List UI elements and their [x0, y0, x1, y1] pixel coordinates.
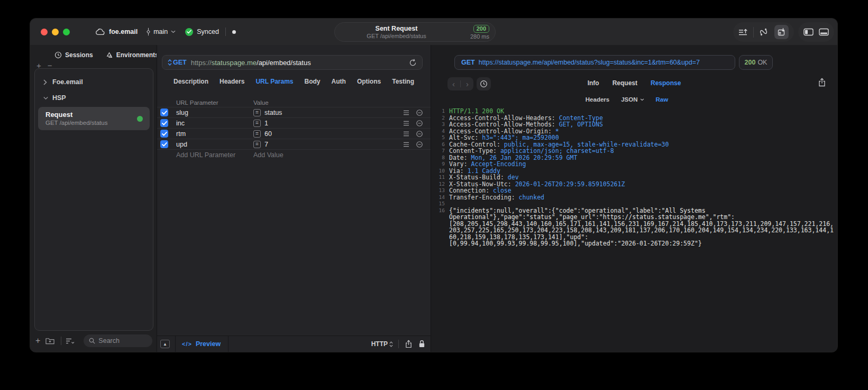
tab-headers[interactable]: Headers	[220, 78, 244, 85]
param-value[interactable]: status	[264, 109, 282, 116]
resend-request-icon[interactable]	[409, 59, 417, 67]
close-window-button[interactable]	[41, 29, 48, 35]
request-item-subtitle: GET /api/embed/status	[45, 120, 143, 126]
tab-request[interactable]: Request	[613, 79, 637, 87]
code-icon: </>	[182, 341, 192, 347]
project-name[interactable]: foe.email	[109, 28, 138, 35]
fullscreen-window-button[interactable]	[63, 29, 70, 35]
column-url-parameter: URL Parameter	[176, 99, 253, 106]
sent-request-url[interactable]: GET https://statuspage.me/api/embed/stat…	[454, 55, 735, 70]
drag-handle-icon[interactable]	[403, 121, 416, 126]
equals-icon: =	[253, 109, 261, 116]
add-folder-icon[interactable]	[45, 337, 54, 344]
request-url-bar[interactable]: GET https://statuspage.me/api/embed/stat…	[162, 55, 423, 70]
line-number: 13	[434, 187, 445, 194]
line-number	[434, 227, 445, 234]
param-checkbox[interactable]	[160, 119, 168, 127]
remove-param-icon[interactable]	[416, 141, 431, 148]
add-param-value-placeholder[interactable]: Add Value	[253, 151, 431, 159]
export-response-icon[interactable]	[818, 78, 826, 87]
search-input[interactable]: Search	[84, 334, 152, 347]
line-text: [0,99.94,100,99.93,99.98,99.95,100],"upd…	[449, 240, 702, 247]
request-duration: 280 ms	[470, 33, 489, 40]
preview-button[interactable]: Preview	[196, 340, 221, 348]
chevron-down-icon	[43, 96, 48, 100]
tab-description[interactable]: Description	[173, 78, 208, 85]
param-value-cell[interactable]: = 60	[253, 130, 403, 138]
response-tabs: Info Request Response	[431, 79, 837, 87]
add-param-row[interactable]: Add URL Parameter Add Value	[157, 150, 431, 160]
tab-info[interactable]: Info	[588, 79, 599, 87]
tab-testing[interactable]: Testing	[392, 78, 414, 85]
param-name[interactable]: slug	[176, 109, 253, 116]
subtab-raw[interactable]: Raw	[656, 96, 669, 103]
footer-divider	[175, 336, 176, 352]
request-summary-pill[interactable]: Sent Request GET /api/embed/status 200 2…	[334, 22, 496, 42]
drag-handle-icon[interactable]	[403, 131, 416, 137]
response-line: 14 Transfer-Encoding: chunked	[434, 194, 835, 201]
toggle-bottom-panel-icon[interactable]	[819, 28, 829, 36]
lock-icon[interactable]	[418, 340, 425, 348]
import-export-button[interactable]	[774, 25, 789, 39]
share-icon[interactable]	[405, 340, 412, 348]
subtab-headers[interactable]: Headers	[586, 96, 609, 103]
equals-icon: =	[253, 120, 261, 127]
param-value-cell[interactable]: = 7	[253, 141, 403, 148]
sync-status[interactable]: Synced	[185, 28, 219, 36]
subtab-json[interactable]: JSON	[621, 96, 644, 103]
param-value-cell[interactable]: = 1	[253, 120, 403, 127]
param-name[interactable]: upd	[176, 141, 253, 148]
tab-response[interactable]: Response	[651, 79, 681, 87]
param-value-cell[interactable]: = status	[253, 109, 403, 116]
request-pane: GET https://statuspage.me/api/embed/stat…	[157, 45, 431, 352]
line-number: 7	[434, 148, 445, 155]
tree-item-foe-email[interactable]: Foe.email	[35, 74, 153, 90]
tab-url-params[interactable]: URL Params	[255, 78, 293, 85]
tab-body[interactable]: Body	[305, 78, 321, 85]
param-checkbox[interactable]	[160, 108, 168, 116]
sort-list-icon[interactable]	[66, 338, 75, 344]
tab-options[interactable]: Options	[357, 78, 381, 85]
method-selector[interactable]: GET	[168, 59, 187, 66]
request-list-icon[interactable]	[738, 28, 748, 37]
protocol-selector[interactable]: HTTP	[371, 340, 393, 348]
param-value[interactable]: 7	[264, 141, 268, 148]
request-summary-status: 200 280 ms	[470, 25, 489, 40]
param-value[interactable]: 60	[264, 130, 272, 138]
status-code-badge: 200	[473, 25, 489, 33]
drag-handle-icon[interactable]	[403, 142, 416, 147]
expand-panel-button[interactable]: ▲	[160, 340, 170, 348]
param-checkbox[interactable]	[160, 130, 168, 138]
tab-environments[interactable]: Environments	[106, 51, 159, 59]
line-number: 1	[434, 108, 445, 115]
sidebar: Sessions Environments + − Foe	[30, 45, 157, 352]
param-value[interactable]: 1	[264, 120, 268, 127]
tab-auth[interactable]: Auth	[332, 78, 346, 85]
remove-param-icon[interactable]	[416, 120, 431, 127]
param-name[interactable]: inc	[176, 120, 253, 127]
git-sync-icon[interactable]	[759, 28, 769, 36]
remove-param-icon[interactable]	[416, 130, 431, 138]
request-list-item[interactable]: Request GET /api/embed/status	[38, 107, 150, 130]
search-icon	[89, 338, 95, 344]
remove-param-icon[interactable]	[416, 109, 431, 116]
param-name[interactable]: rtm	[176, 130, 253, 138]
environments-icon	[106, 51, 113, 59]
protocol-updown-icon	[389, 341, 393, 347]
toggle-sidebar-icon[interactable]	[803, 28, 814, 36]
add-request-button[interactable]: +	[35, 336, 40, 346]
tree-item-label: Foe.email	[52, 78, 83, 86]
line-number	[434, 234, 445, 241]
line-number: 5	[434, 134, 445, 141]
subtab-raw-label: Raw	[656, 96, 669, 103]
tree-item-hsp[interactable]: HSP	[35, 90, 153, 106]
param-checkbox[interactable]	[160, 140, 168, 148]
line-number: 12	[434, 181, 445, 188]
add-param-name-placeholder[interactable]: Add URL Parameter	[176, 151, 253, 159]
project-cluster: foe.email main Synced	[95, 28, 236, 36]
minimize-window-button[interactable]	[52, 29, 59, 35]
branch-selector[interactable]: main	[146, 28, 176, 36]
drag-handle-icon[interactable]	[403, 110, 416, 115]
tab-sessions-label: Sessions	[65, 51, 93, 59]
tab-sessions[interactable]: Sessions	[54, 51, 93, 59]
